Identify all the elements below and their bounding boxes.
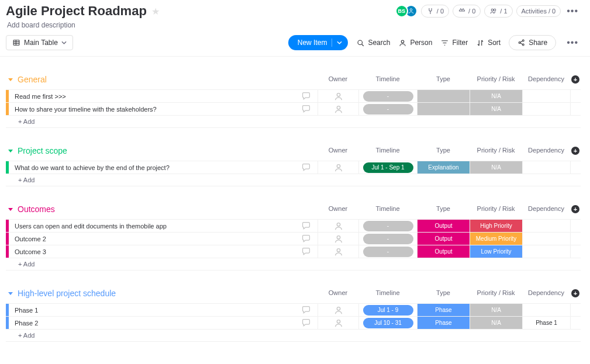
chevron-down-icon[interactable]	[337, 41, 342, 44]
sort-button[interactable]: Sort	[476, 39, 501, 47]
column-header-owner[interactable]: Owner	[318, 147, 358, 155]
add-item-row[interactable]: + Add	[6, 258, 581, 271]
filter-button[interactable]: Filter	[440, 39, 468, 47]
priority-cell[interactable]: N/A	[470, 317, 522, 329]
view-selector[interactable]: Main Table	[6, 35, 73, 50]
dependency-cell[interactable]: Phase 1	[522, 317, 570, 329]
column-header-owner[interactable]: Owner	[318, 75, 358, 84]
conversation-button[interactable]	[294, 90, 318, 102]
timeline-cell[interactable]: -	[358, 103, 417, 115]
type-cell[interactable]: Explanation	[417, 161, 470, 174]
item-name[interactable]: Phase 1	[9, 304, 294, 316]
owner-cell[interactable]	[318, 304, 358, 316]
dependency-cell[interactable]	[522, 220, 570, 232]
search-button[interactable]: Search	[356, 39, 390, 47]
column-header-timeline[interactable]: Timeline	[358, 147, 417, 155]
add-column-button[interactable]: +	[571, 75, 579, 84]
group-title[interactable]: Outcomes	[18, 204, 55, 214]
new-item-button[interactable]: New Item	[288, 35, 349, 50]
share-button[interactable]: Share	[509, 35, 556, 50]
type-cell[interactable]: Output	[417, 233, 470, 245]
conversation-button[interactable]	[294, 317, 318, 329]
timeline-cell[interactable]: -	[358, 220, 417, 232]
owner-cell[interactable]	[318, 233, 358, 245]
dependency-cell[interactable]	[522, 245, 570, 258]
column-header-dependency[interactable]: Dependency	[522, 205, 570, 213]
member-avatars[interactable]: BS	[395, 5, 418, 18]
priority-cell[interactable]: N/A	[470, 161, 522, 174]
type-cell[interactable]	[417, 103, 470, 115]
add-column-button[interactable]: +	[571, 289, 579, 297]
add-item-row[interactable]: + Add	[6, 115, 581, 128]
column-header-priority[interactable]: Priority / Risk	[470, 289, 522, 297]
owner-cell[interactable]	[318, 245, 358, 258]
priority-cell[interactable]: N/A	[470, 90, 522, 102]
column-header-priority[interactable]: Priority / Risk	[470, 147, 522, 155]
dependency-cell[interactable]	[522, 103, 570, 115]
item-name[interactable]: Phase 2	[9, 317, 294, 329]
group-collapse-toggle[interactable]	[6, 204, 15, 214]
type-cell[interactable]: Output	[417, 245, 470, 258]
priority-cell[interactable]: N/A	[470, 103, 522, 115]
column-header-timeline[interactable]: Timeline	[358, 289, 417, 297]
board-title[interactable]: Agile Project Roadmap	[6, 4, 147, 19]
group-title[interactable]: High-level project schedule	[18, 289, 116, 298]
owner-cell[interactable]	[318, 161, 358, 174]
dependency-cell[interactable]	[522, 233, 570, 245]
owner-cell[interactable]	[318, 103, 358, 115]
type-cell[interactable]: Phase	[417, 317, 470, 329]
priority-cell[interactable]: High Priority	[470, 220, 522, 232]
column-header-owner[interactable]: Owner	[318, 205, 358, 213]
integrate-chip[interactable]: / 0	[421, 5, 449, 18]
column-header-priority[interactable]: Priority / Risk	[470, 75, 522, 84]
timeline-cell[interactable]: Jul 10 - 31	[358, 317, 417, 329]
item-name[interactable]: What do we want to achieve by the end of…	[9, 161, 294, 174]
conversation-button[interactable]	[294, 245, 318, 258]
item-name[interactable]: How to share your timeline with the stak…	[9, 103, 294, 115]
item-name[interactable]: Outcome 2	[9, 233, 294, 245]
column-header-priority[interactable]: Priority / Risk	[470, 205, 522, 213]
person-filter-button[interactable]: Person	[398, 39, 432, 47]
timeline-cell[interactable]: Jul 1 - Sep 1	[358, 161, 417, 174]
dependency-cell[interactable]	[522, 90, 570, 102]
group-collapse-toggle[interactable]	[6, 75, 15, 84]
owner-cell[interactable]	[318, 317, 358, 329]
column-header-type[interactable]: Type	[417, 205, 470, 213]
board-description[interactable]: Add board description	[7, 21, 581, 29]
timeline-cell[interactable]: -	[358, 233, 417, 245]
add-column-button[interactable]: +	[571, 205, 579, 213]
activities-chip[interactable]: Activities / 0	[516, 5, 561, 17]
priority-cell[interactable]: N/A	[470, 304, 522, 316]
item-name[interactable]: Users can open and edit documents in the…	[9, 220, 294, 232]
dependency-cell[interactable]	[522, 161, 570, 174]
automate-chip[interactable]: / 0	[453, 5, 481, 18]
column-header-timeline[interactable]: Timeline	[358, 205, 417, 213]
invite-chip[interactable]: / 1	[484, 5, 512, 18]
group-title[interactable]: General	[18, 75, 47, 84]
column-header-dependency[interactable]: Dependency	[522, 75, 570, 84]
more-menu-icon[interactable]: •••	[564, 6, 581, 16]
conversation-button[interactable]	[294, 103, 318, 115]
add-item-row[interactable]: + Add	[6, 329, 581, 342]
conversation-button[interactable]	[294, 233, 318, 245]
item-name[interactable]: Read me first >>>	[9, 90, 294, 102]
conversation-button[interactable]	[294, 304, 318, 316]
add-item-row[interactable]: + Add	[6, 174, 581, 186]
item-name[interactable]: Outcome 3	[9, 245, 294, 258]
group-collapse-toggle[interactable]	[6, 289, 15, 298]
priority-cell[interactable]: Medium Priority	[470, 233, 522, 245]
type-cell[interactable]: Output	[417, 220, 470, 232]
column-header-type[interactable]: Type	[417, 147, 470, 155]
add-column-button[interactable]: +	[571, 147, 579, 155]
toolbar-more-icon[interactable]: •••	[564, 37, 581, 48]
avatar[interactable]: BS	[395, 5, 408, 18]
type-cell[interactable]	[417, 90, 470, 102]
owner-cell[interactable]	[318, 90, 358, 102]
timeline-cell[interactable]: -	[358, 245, 417, 258]
conversation-button[interactable]	[294, 220, 318, 232]
timeline-cell[interactable]: Jul 1 - 9	[358, 304, 417, 316]
column-header-type[interactable]: Type	[417, 289, 470, 297]
owner-cell[interactable]	[318, 220, 358, 232]
timeline-cell[interactable]: -	[358, 90, 417, 102]
group-collapse-toggle[interactable]	[6, 146, 15, 155]
